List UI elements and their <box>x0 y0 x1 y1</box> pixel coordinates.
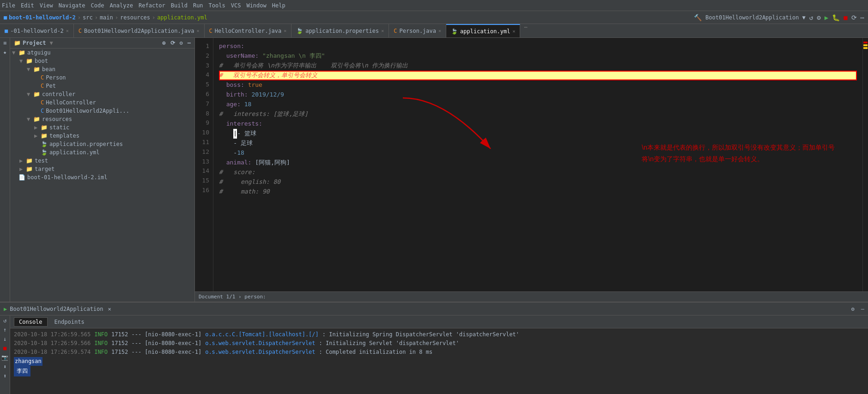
menu-help[interactable]: Help <box>272 2 285 9</box>
hammer-icon[interactable]: 🔨 <box>694 14 702 21</box>
code-content[interactable]: person: userName: "zhangsan \n 李四" # 单引号… <box>213 38 862 291</box>
more-icon[interactable]: ⋯ <box>861 14 864 21</box>
run-config-dropdown[interactable]: Boot01Helloworld2Application ▼ <box>705 14 806 21</box>
sidebar-sync-icon[interactable]: ⟳ <box>170 40 175 46</box>
menu-edit[interactable]: Edit <box>21 2 34 9</box>
code-line-2: userName: "zhangsan \n 李四" <box>219 51 857 61</box>
sidebar-header-icon: 📁 <box>14 40 21 46</box>
run-up-icon[interactable]: ↑ <box>3 327 6 333</box>
sidebar-settings-icon[interactable]: ⚙ <box>180 40 183 46</box>
tree-node-target[interactable]: ▶ 📁 target <box>10 165 194 173</box>
code-line-6: birth: 2019/12/9 <box>219 90 857 100</box>
menu-view[interactable]: View <box>40 2 53 9</box>
run-minimize-icon[interactable]: — <box>861 306 864 312</box>
tree-node-atguigu[interactable]: ▼ 📁 atguigu <box>10 48 194 57</box>
tab-console[interactable]: Console <box>14 317 48 327</box>
rerun-icon[interactable]: ↺ <box>809 14 813 21</box>
tab-person[interactable]: C Person.java ✕ <box>389 24 446 37</box>
run-close-icon[interactable]: ✕ <box>108 306 111 312</box>
build-icon[interactable]: ⚙ <box>817 14 820 21</box>
tab-person-close[interactable]: ✕ <box>438 28 441 33</box>
tree-node-person[interactable]: ▶ C Person <box>10 73 194 82</box>
tree-node-bean[interactable]: ▼ 📁 bean <box>10 65 194 73</box>
breadcrumb-main: main <box>100 14 113 21</box>
folder-icon-test: 📁 <box>26 158 33 164</box>
tree-node-pet[interactable]: ▶ C Pet <box>10 82 194 90</box>
stop-icon[interactable]: ■ <box>844 14 847 21</box>
breadcrumb-file: application.yml <box>157 14 207 21</box>
tab-hello[interactable]: C HelloController.java ✕ <box>205 24 292 37</box>
menu-build[interactable]: Build <box>171 2 188 9</box>
statusbar-text: Document 1/1 › person: <box>199 294 266 300</box>
gutter-error-1 <box>863 42 868 43</box>
tree-node-appprops[interactable]: ▶ 🍃 application.properties <box>10 140 194 148</box>
tab-endpoints[interactable]: Endpoints <box>49 317 90 327</box>
code-key-person: person: <box>219 42 244 51</box>
tree-node-controller[interactable]: ▼ 📁 controller <box>10 90 194 98</box>
tab-hello-close[interactable]: ✕ <box>284 28 286 33</box>
run-export-icon[interactable]: ⬆ <box>3 373 6 379</box>
code-val-animal: [阿猫,阿狗] <box>255 158 290 168</box>
run-sort-icon[interactable]: ⬍ <box>3 364 6 370</box>
tab-yaml-label: application.yml <box>460 28 510 35</box>
run-down-icon[interactable]: ↓ <box>3 336 6 342</box>
code-comment-14: # score: <box>219 168 255 177</box>
tab-props-close[interactable]: ✕ <box>381 28 384 33</box>
run-camera-icon[interactable]: 📷 <box>1 354 8 361</box>
menu-navigate[interactable]: Navigate <box>59 2 85 9</box>
menu-refactor[interactable]: Refactor <box>139 2 165 9</box>
tree-node-appyml[interactable]: ▶ 🍃 application.yml <box>10 148 194 157</box>
tabbar: ■ -01-helloworld-2 ✕ C Boot01Helloworld2… <box>0 24 868 38</box>
code-line-12: - 18 <box>219 148 857 158</box>
tree-node-bootapp[interactable]: ▶ C Boot01Helloworld2Appli... <box>10 107 194 115</box>
tab-boot-close[interactable]: ✕ <box>197 28 200 33</box>
tab-more[interactable]: ⋯ <box>520 24 531 37</box>
run-settings-icon[interactable]: ⚙ <box>851 306 855 312</box>
editor-area: 1 2 3 4 5 6 7 8 9 10 11 12 13 14 <box>195 38 868 302</box>
run-stop-icon[interactable]: ■ <box>3 345 6 352</box>
sidebar: 📁 Project ▼ ⊕ ⟳ ⚙ — ▼ 📁 atguigu <box>10 38 195 302</box>
log-level-3: INFO <box>94 348 108 357</box>
run-rerun-icon[interactable]: ↺ <box>3 317 6 324</box>
run-icon[interactable]: ▶ <box>825 14 828 21</box>
structure-icon[interactable]: ≡ <box>3 40 6 46</box>
folder-icon-resources: 📁 <box>33 116 40 122</box>
tree-node-resources[interactable]: ▼ 📁 resources <box>10 115 194 123</box>
log-time-1: 2020-10-18 17:26:59.565 <box>14 330 91 339</box>
sidebar-add-icon[interactable]: ⊕ <box>162 40 165 46</box>
tab-hello-icon: C <box>209 28 212 34</box>
sidebar-collapse-icon[interactable]: — <box>188 40 191 46</box>
props-icon-appprops: 🍃 <box>41 141 48 147</box>
update-icon[interactable]: ⟳ <box>851 14 857 21</box>
menu-analyze[interactable]: Analyze <box>109 2 133 9</box>
breadcrumb-project-name: boot-01-helloworld-2 <box>9 14 76 21</box>
debug-icon[interactable]: 🐛 <box>832 14 840 21</box>
code-container[interactable]: 1 2 3 4 5 6 7 8 9 10 11 12 13 14 <box>195 38 868 291</box>
java-icon-hello: C <box>41 99 44 106</box>
tab-yaml[interactable]: 🍃 application.yml ✕ <box>446 24 520 37</box>
tab-boot-app[interactable]: C Boot01Helloworld2Application.java ✕ <box>74 24 205 37</box>
tree-node-boot[interactable]: ▼ 📁 boot <box>10 57 194 65</box>
tab-props[interactable]: 🍃 application.properties ✕ <box>291 24 389 37</box>
tree-node-iml[interactable]: ▶ 📄 boot-01-helloworld-2.iml <box>10 173 194 182</box>
tree-node-templates[interactable]: ▶ 📁 templates <box>10 132 194 140</box>
menu-vcs[interactable]: VCS <box>231 2 241 9</box>
tab-project-close[interactable]: ✕ <box>66 28 69 33</box>
menu-run[interactable]: Run <box>193 2 203 9</box>
menu-tools[interactable]: Tools <box>209 2 225 9</box>
code-key-birth: birth: <box>226 90 248 100</box>
menu-file[interactable]: File <box>2 2 15 9</box>
tab-project[interactable]: ■ -01-helloworld-2 ✕ <box>0 24 74 37</box>
code-comment-4: # 双引号不会转义，单引号会转义 <box>219 71 317 80</box>
tree-node-test[interactable]: ▶ 📁 test <box>10 157 194 165</box>
tree-node-static[interactable]: ▶ 📁 static <box>10 123 194 132</box>
run-icon-header: ▶ <box>4 306 7 312</box>
menu-code[interactable]: Code <box>91 2 104 9</box>
breadcrumb-project[interactable]: ■ <box>4 14 7 21</box>
log-class-1: o.a.c.c.C.[Tomcat].[localhost].[/] <box>205 330 319 339</box>
bottom-tabs: Console Endpoints <box>10 315 868 328</box>
fav-icon[interactable]: ★ <box>3 49 6 55</box>
tree-node-hellocontroller[interactable]: ▶ C HelloController <box>10 98 194 107</box>
menu-window[interactable]: Window <box>246 2 266 9</box>
tab-yaml-close[interactable]: ✕ <box>512 29 515 34</box>
